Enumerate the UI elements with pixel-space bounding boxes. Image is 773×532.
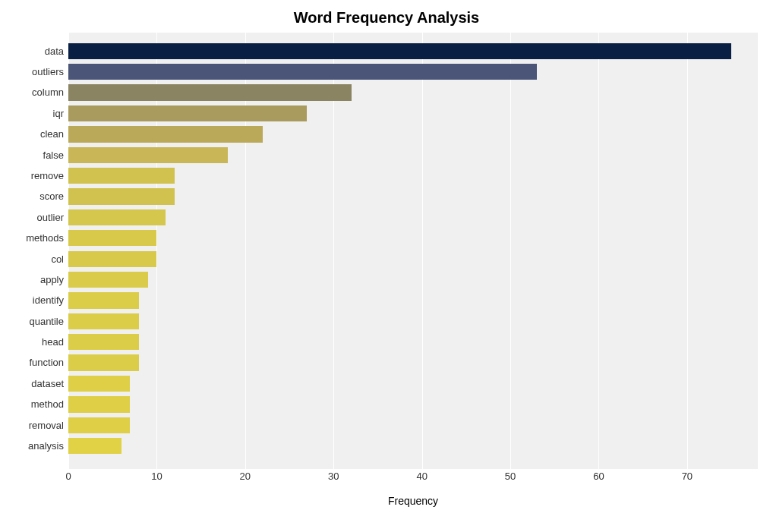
bar-row: remove — [68, 168, 758, 184]
bar — [68, 376, 130, 392]
bar — [68, 105, 307, 121]
x-tick-label: 50 — [505, 471, 516, 482]
y-tick-label: analysis — [28, 438, 64, 454]
bar — [68, 417, 130, 433]
bar-row: dataset — [68, 376, 758, 392]
x-tick-label: 20 — [240, 471, 251, 482]
y-tick-label: clean — [40, 126, 64, 142]
bar — [68, 84, 352, 100]
y-tick-label: apply — [40, 272, 64, 288]
bar — [68, 354, 139, 370]
y-tick-label: removal — [29, 417, 64, 433]
bar-row: data — [68, 43, 758, 59]
bar-row: removal — [68, 417, 758, 433]
y-tick-label: remove — [31, 168, 64, 184]
x-tick-label: 60 — [593, 471, 604, 482]
bar-row: iqr — [68, 105, 758, 121]
bar — [68, 188, 175, 204]
bar — [68, 64, 537, 80]
bar-row: method — [68, 396, 758, 412]
bar-row: function — [68, 354, 758, 370]
x-axis-label: Frequency — [388, 495, 438, 507]
bar — [68, 168, 175, 184]
chart-container: Word Frequency Analysis dataoutlierscolu… — [0, 0, 773, 532]
bar-row: quantile — [68, 313, 758, 329]
y-tick-label: identify — [33, 292, 64, 308]
bar-row: head — [68, 334, 758, 350]
bar — [68, 43, 731, 59]
bars-group: dataoutlierscolumniqrcleanfalseremovesco… — [68, 33, 758, 469]
y-tick-label: iqr — [53, 105, 64, 121]
bar — [68, 272, 148, 288]
y-tick-label: method — [31, 396, 64, 412]
bar — [68, 147, 228, 163]
bar-row: column — [68, 84, 758, 100]
bar-row: outliers — [68, 64, 758, 80]
y-tick-label: column — [32, 84, 64, 100]
x-axis: Frequency 010203040506070 — [68, 469, 758, 492]
x-tick-label: 40 — [416, 471, 427, 482]
bar-row: false — [68, 147, 758, 163]
y-tick-label: function — [29, 354, 64, 370]
chart-title: Word Frequency Analysis — [8, 9, 765, 27]
bar — [68, 230, 156, 246]
y-tick-label: quantile — [29, 313, 64, 329]
bar — [68, 126, 263, 142]
bar-row: col — [68, 251, 758, 267]
bar — [68, 396, 130, 412]
bar — [68, 292, 139, 308]
bar-row: clean — [68, 126, 758, 142]
bar-row: score — [68, 188, 758, 204]
bar — [68, 334, 139, 350]
y-tick-label: methods — [26, 230, 64, 246]
x-tick-label: 10 — [151, 471, 162, 482]
bar-row: identify — [68, 292, 758, 308]
bar-row: outlier — [68, 209, 758, 225]
y-tick-label: col — [51, 251, 64, 267]
y-tick-label: score — [39, 188, 64, 204]
y-tick-label: false — [43, 147, 64, 163]
plot-area: dataoutlierscolumniqrcleanfalseremovesco… — [68, 33, 758, 492]
x-tick-label: 0 — [65, 471, 71, 482]
bar-row: methods — [68, 230, 758, 246]
bar — [68, 313, 139, 329]
y-tick-label: outlier — [37, 209, 64, 225]
y-tick-label: head — [42, 334, 64, 350]
x-tick-label: 70 — [682, 471, 693, 482]
y-tick-label: outliers — [32, 64, 64, 80]
bar — [68, 438, 121, 454]
y-tick-label: dataset — [31, 376, 64, 392]
x-tick-label: 30 — [328, 471, 339, 482]
bar — [68, 251, 156, 267]
bar — [68, 209, 166, 225]
y-tick-label: data — [45, 43, 64, 59]
bar-row: apply — [68, 272, 758, 288]
bar-row: analysis — [68, 438, 758, 454]
